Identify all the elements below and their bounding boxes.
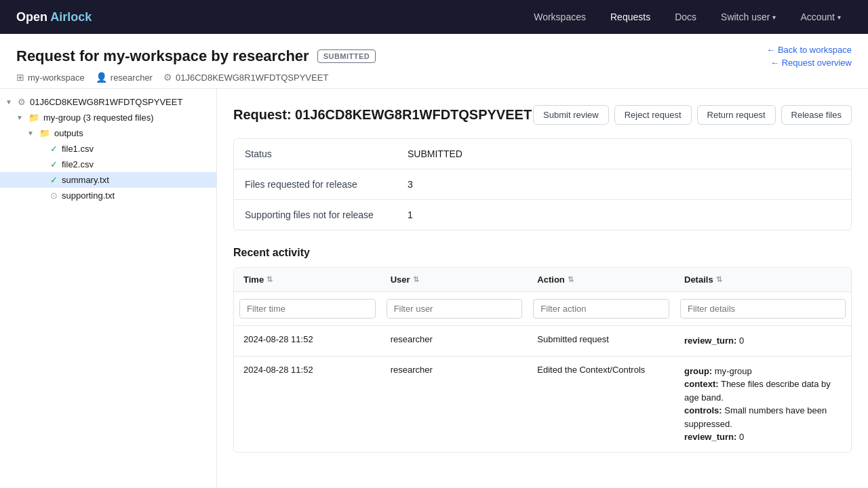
back-to-workspace-link[interactable]: ← Back to workspace (766, 45, 852, 55)
main-content: Request: 01J6CD8KEWG8R1WFDTQSPYVEET Subm… (217, 89, 868, 488)
table-row: 2024-08-28 11:52 researcher Submitted re… (234, 326, 851, 357)
request-icon: ⚙ (163, 72, 172, 83)
filter-user-input[interactable] (387, 299, 523, 319)
switch-user-chevron-icon: ▾ (772, 14, 776, 21)
page-title: Request for my-workspace by researcher S… (16, 47, 376, 65)
activity-filter-row (234, 292, 851, 326)
request-header: Request: 01J6CD8KEWG8R1WFDTQSPYVEET Subm… (233, 105, 852, 125)
release-files-button[interactable]: Release files (781, 105, 852, 125)
status-value: SUBMITTED (408, 148, 462, 159)
status-table: Status SUBMITTED Files requested for rel… (233, 138, 852, 230)
tree-item-3[interactable]: ✓ file1.csv (0, 141, 216, 157)
tree-item-6[interactable]: ⊙ supporting.txt (0, 188, 216, 203)
tree-chevron-icon: ▼ (16, 114, 24, 121)
account-chevron-icon: ▾ (837, 14, 841, 21)
col-time-header[interactable]: Time ⇅ (234, 268, 381, 291)
files-requested-row: Files requested for release 3 (234, 169, 851, 200)
files-requested-label: Files requested for release (245, 179, 408, 190)
col-details-header[interactable]: Details ⇅ (675, 268, 851, 291)
details-cell: review_turn: 0 (675, 326, 851, 356)
tree-icon: ⊙ (50, 190, 58, 201)
navbar: Open Airlock Workspaces Requests Docs Sw… (0, 0, 868, 34)
tree-item-1[interactable]: ▼ 📁 my-group (3 requested files) (0, 110, 216, 125)
nav-account[interactable]: Account ▾ (789, 6, 852, 28)
status-row: Status SUBMITTED (234, 139, 851, 169)
user-sort-icon: ⇅ (413, 275, 419, 284)
tree-label: outputs (54, 128, 83, 138)
tree-icon: 📁 (39, 128, 50, 138)
col-user-header[interactable]: User ⇅ (381, 268, 528, 291)
request-title: Request: 01J6CD8KEWG8R1WFDTQSPYVEET (233, 107, 532, 123)
nav-docs[interactable]: Docs (664, 6, 707, 28)
tree-item-4[interactable]: ✓ file2.csv (0, 157, 216, 172)
filter-time-input[interactable] (239, 299, 376, 319)
logo-open: Open (16, 10, 47, 24)
tree-chevron-icon: ▼ (5, 98, 14, 106)
reject-request-button[interactable]: Reject request (614, 105, 692, 125)
action-cell: Submitted request (528, 326, 675, 356)
recent-activity-section: Recent activity Time ⇅ User ⇅ Action ⇅ (233, 247, 852, 453)
user-cell: researcher (381, 357, 528, 452)
workspace-icon: ⊞ (16, 72, 24, 83)
status-badge: SUBMITTED (317, 49, 376, 63)
tree-label: file2.csv (62, 159, 94, 169)
nav-switch-user[interactable]: Switch user ▾ (710, 6, 787, 28)
file-tree-sidebar: ▼ ⚙ 01J6CD8KEWG8R1WFDTQSPYVEET ▼ 📁 my-gr… (0, 89, 217, 488)
tree-label: 01J6CD8KEWG8R1WFDTQSPYVEET (30, 97, 182, 107)
nav-workspaces[interactable]: Workspaces (523, 6, 597, 28)
files-requested-value: 3 (408, 179, 413, 190)
tree-label: my-group (3 requested files) (43, 113, 154, 123)
nav-requests[interactable]: Requests (599, 6, 661, 28)
return-request-button[interactable]: Return request (697, 105, 776, 125)
filter-details-cell (675, 292, 851, 325)
breadcrumb-request-id: ⚙ 01J6CD8KEWG8R1WFDTQSPYVEET (163, 72, 328, 83)
tree-icon: 📁 (28, 113, 39, 123)
filter-user-cell (381, 292, 528, 325)
nav-links: Workspaces Requests Docs Switch user ▾ A… (523, 6, 852, 28)
col-action-header[interactable]: Action ⇅ (528, 268, 675, 291)
time-cell: 2024-08-28 11:52 (234, 357, 381, 452)
page-header: Request for my-workspace by researcher S… (0, 34, 868, 89)
filter-time-cell (234, 292, 381, 325)
details-cell: group: my-groupcontext: These files desc… (675, 357, 851, 452)
filter-action-cell (528, 292, 675, 325)
request-overview-link[interactable]: ← Request overview (770, 58, 852, 68)
logo: Open Airlock (16, 10, 92, 24)
tree-item-2[interactable]: ▼ 📁 outputs (0, 125, 216, 141)
user-cell: researcher (381, 326, 528, 356)
filter-action-input[interactable] (533, 299, 669, 319)
user-icon: 👤 (96, 72, 107, 83)
logo-airlock: Airlock (50, 10, 92, 24)
action-cell: Edited the Context/Controls (528, 357, 675, 452)
tree-chevron-icon: ▼ (27, 129, 35, 137)
time-cell: 2024-08-28 11:52 (234, 326, 381, 356)
filter-details-input[interactable] (680, 299, 846, 319)
supporting-files-row: Supporting files not for release 1 (234, 200, 851, 230)
tree-item-5[interactable]: ✓ summary.txt (0, 172, 216, 188)
tree-icon: ✓ (50, 159, 58, 169)
supporting-files-value: 1 (408, 209, 413, 220)
tree-icon: ✓ (50, 144, 58, 154)
main-layout: ▼ ⚙ 01J6CD8KEWG8R1WFDTQSPYVEET ▼ 📁 my-gr… (0, 89, 868, 488)
tree-icon: ⚙ (18, 97, 26, 107)
details-sort-icon: ⇅ (716, 275, 722, 284)
back-links: ← Back to workspace ← Request overview (766, 45, 852, 68)
tree-icon: ✓ (50, 175, 58, 185)
tree-label: file1.csv (62, 144, 94, 154)
time-sort-icon: ⇅ (267, 275, 273, 284)
table-row: 2024-08-28 11:52 researcher Edited the C… (234, 357, 851, 452)
breadcrumb-user: 👤 researcher (96, 72, 153, 83)
action-buttons: Submit review Reject request Return requ… (533, 105, 852, 125)
activity-table-header: Time ⇅ User ⇅ Action ⇅ Details ⇅ (234, 268, 851, 292)
action-sort-icon: ⇅ (568, 275, 574, 284)
breadcrumb-workspace: ⊞ my-workspace (16, 72, 85, 83)
status-label: Status (245, 148, 408, 159)
supporting-files-label: Supporting files not for release (245, 209, 408, 220)
recent-activity-title: Recent activity (233, 247, 852, 259)
tree-item-0[interactable]: ▼ ⚙ 01J6CD8KEWG8R1WFDTQSPYVEET (0, 94, 216, 110)
breadcrumb: ⊞ my-workspace 👤 researcher ⚙ 01J6CD8KEW… (16, 72, 852, 83)
tree-label: summary.txt (62, 175, 109, 185)
tree-label: supporting.txt (62, 190, 115, 201)
activity-table: Time ⇅ User ⇅ Action ⇅ Details ⇅ (233, 267, 852, 453)
submit-review-button[interactable]: Submit review (533, 105, 609, 125)
